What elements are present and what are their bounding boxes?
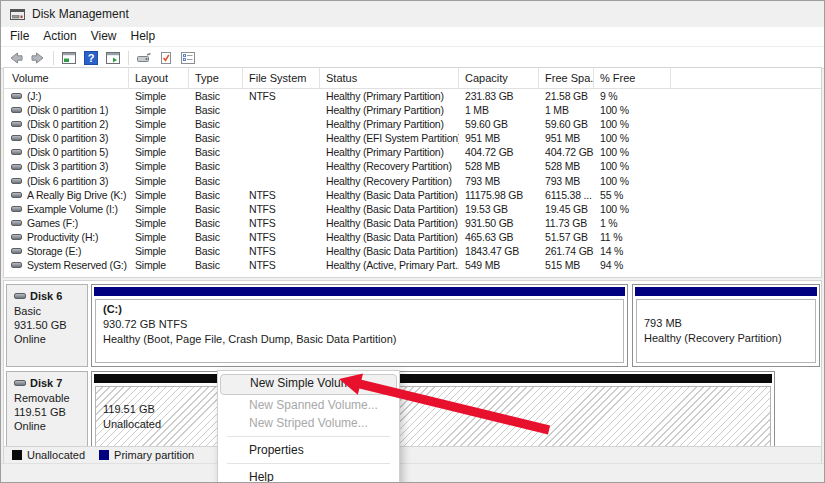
column-header-file-system[interactable]: File System [243, 68, 320, 88]
help-icon[interactable]: ? [81, 49, 101, 67]
properties-icon[interactable] [178, 49, 198, 67]
cell-status: Healthy (Active, Primary Part... [320, 258, 459, 272]
toolbar-separator [53, 51, 54, 65]
column-header-status[interactable]: Status [320, 68, 459, 88]
volume-name: System Reserved (G:) [27, 258, 127, 272]
partition-size: 930.72 GB NTFS [103, 317, 616, 332]
menu-action[interactable]: Action [36, 27, 83, 46]
cell-file-system: NTFS [243, 230, 320, 244]
cell-type: Basic [189, 244, 243, 258]
cell-pct-free: 100 % [594, 159, 671, 173]
cell-status: Healthy (Basic Data Partition) [320, 244, 459, 258]
cell-type: Basic [189, 188, 243, 202]
action-pane-icon[interactable] [103, 49, 123, 67]
column-header-volume[interactable]: Volume [4, 68, 129, 88]
column-header-type[interactable]: Type [189, 68, 243, 88]
disk-7-label[interactable]: Disk 7 Removable 119.51 GB Online [6, 371, 88, 451]
cell-free-space: 59.60 GB [539, 117, 594, 131]
volume-row[interactable]: (Disk 0 partition 3)SimpleBasicHealthy (… [4, 131, 821, 145]
volume-row[interactable]: Storage (E:)SimpleBasicNTFSHealthy (Basi… [4, 244, 821, 258]
cell-type: Basic [189, 159, 243, 173]
volume-row[interactable]: (Disk 6 partition 3)SimpleBasicHealthy (… [4, 174, 821, 188]
cell-type: Basic [189, 89, 243, 103]
context-menu-item-properties[interactable]: Properties [218, 441, 399, 459]
cell-status: Healthy (Primary Partition) [320, 145, 459, 159]
context-menu: New Simple Volume...New Spanned Volume..… [217, 370, 400, 483]
cell-filler [671, 159, 821, 173]
context-menu-item-help[interactable]: Help [218, 468, 399, 483]
cell-volume: System Reserved (G:) [4, 258, 129, 272]
volume-row[interactable]: (Disk 0 partition 5)SimpleBasicHealthy (… [4, 145, 821, 159]
volume-icon [11, 192, 22, 198]
column-header-layout[interactable]: Layout [129, 68, 189, 88]
disk-6-recovery-partition[interactable]: 793 MB Healthy (Recovery Partition) [632, 284, 820, 367]
forward-icon[interactable] [28, 49, 48, 67]
disk-7-unallocated-space[interactable]: 119.51 GB Unallocated [91, 371, 775, 451]
volume-name: Storage (E:) [27, 244, 81, 258]
disk-6-partition-c[interactable]: (C:) 930.72 GB NTFS Healthy (Boot, Page … [91, 284, 628, 367]
legend-item-unallocated: Unallocated [12, 449, 85, 461]
volume-row[interactable]: (Disk 3 partition 3)SimpleBasicHealthy (… [4, 159, 821, 173]
cell-pct-free: 1 % [594, 216, 671, 230]
cell-layout: Simple [129, 131, 189, 145]
cell-filler [671, 188, 821, 202]
status-bar [1, 463, 824, 482]
volume-row[interactable]: Productivity (H:)SimpleBasicNTFSHealthy … [4, 230, 821, 244]
volume-icon [11, 149, 22, 155]
menu-view[interactable]: View [84, 27, 124, 46]
volume-row[interactable]: System Reserved (G:)SimpleBasicNTFSHealt… [4, 258, 821, 272]
column-header-free-spa[interactable]: Free Spa... [539, 68, 594, 88]
cell-layout: Simple [129, 89, 189, 103]
menu-help[interactable]: Help [124, 27, 163, 46]
menu-file[interactable]: File [3, 27, 36, 46]
cell-filler [671, 145, 821, 159]
cell-layout: Simple [129, 117, 189, 131]
cell-filler [671, 117, 821, 131]
check-disk-icon[interactable] [156, 49, 176, 67]
cell-pct-free: 9 % [594, 89, 671, 103]
column-header-capacity[interactable]: Capacity [459, 68, 539, 88]
cell-volume: (Disk 0 partition 1) [4, 103, 129, 117]
console-tree-icon[interactable] [59, 49, 79, 67]
cell-free-space: 1 MB [539, 103, 594, 117]
cell-layout: Simple [129, 216, 189, 230]
volume-row[interactable]: Games (F:)SimpleBasicNTFSHealthy (Basic … [4, 216, 821, 230]
disk-tool-icon[interactable] [134, 49, 154, 67]
cell-pct-free: 100 % [594, 174, 671, 188]
cell-status: Healthy (Basic Data Partition) [320, 188, 459, 202]
context-menu-item-new-simple-volume[interactable]: New Simple Volume... [220, 374, 397, 395]
disk-6-label[interactable]: Disk 6 Basic 931.50 GB Online [6, 284, 88, 367]
cell-status: Healthy (Basic Data Partition) [320, 230, 459, 244]
cell-file-system [243, 103, 320, 117]
volume-row[interactable]: (Disk 0 partition 2)SimpleBasicHealthy (… [4, 117, 821, 131]
disk-management-window: Disk Management FileActionViewHelp ? [0, 0, 825, 483]
volume-row[interactable]: Example Volume (I:)SimpleBasicNTFSHealth… [4, 202, 821, 216]
cell-pct-free: 100 % [594, 103, 671, 117]
disk-status: Online [14, 419, 87, 433]
cell-volume: (Disk 6 partition 3) [4, 174, 129, 188]
cell-type: Basic [189, 103, 243, 117]
cell-volume: (Disk 0 partition 3) [4, 131, 129, 145]
context-menu-item-new-striped-volume: New Striped Volume... [218, 414, 399, 432]
cell-layout: Simple [129, 258, 189, 272]
cell-file-system: NTFS [243, 202, 320, 216]
cell-free-space: 528 MB [539, 159, 594, 173]
volume-row[interactable]: (J:)SimpleBasicNTFSHealthy (Primary Part… [4, 89, 821, 103]
cell-filler [671, 174, 821, 188]
cell-capacity: 59.60 GB [459, 117, 539, 131]
cell-type: Basic [189, 174, 243, 188]
cell-volume: (Disk 0 partition 5) [4, 145, 129, 159]
cell-capacity: 528 MB [459, 159, 539, 173]
back-icon[interactable] [6, 49, 26, 67]
cell-pct-free: 94 % [594, 258, 671, 272]
volume-icon [11, 121, 22, 127]
partition-status: Healthy (Boot, Page File, Crash Dump, Ba… [103, 332, 616, 347]
volume-name: (Disk 0 partition 1) [27, 103, 108, 117]
partition-size: 119.51 GB [103, 402, 770, 417]
volume-row[interactable]: A Really Big Drive (K:)SimpleBasicNTFSHe… [4, 188, 821, 202]
cell-status: Healthy (Primary Partition) [320, 117, 459, 131]
volume-row[interactable]: (Disk 0 partition 1)SimpleBasicHealthy (… [4, 103, 821, 117]
volume-table-header: VolumeLayoutTypeFile SystemStatusCapacit… [4, 68, 821, 89]
cell-free-space: 793 MB [539, 174, 594, 188]
column-header-free[interactable]: % Free [594, 68, 671, 88]
